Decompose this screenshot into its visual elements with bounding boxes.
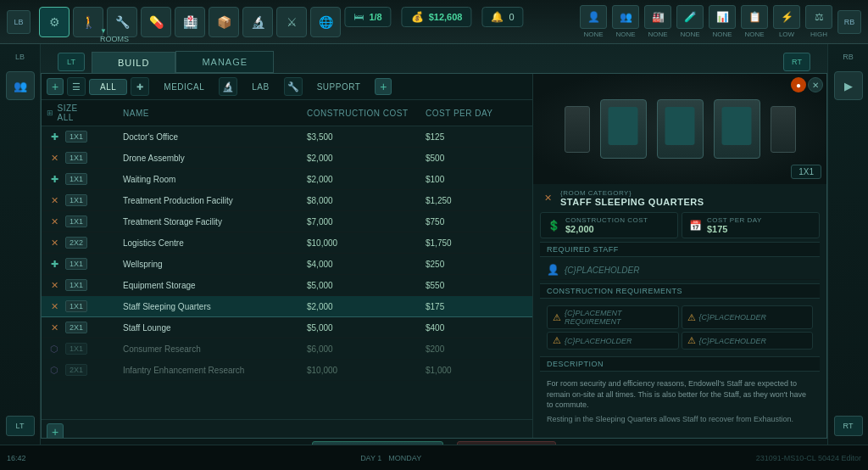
req-text-4: {C}PLACEHOLDER	[699, 337, 767, 345]
nav-icon-5[interactable]: 📦	[209, 7, 239, 37]
status-bar: 16:42 DAY 1 MONDAY 231091-MS10-CL 50424 …	[0, 445, 868, 470]
table-row[interactable]: ✚ 1X1 Doctor's Office $3,500 $125	[42, 126, 532, 148]
row-name: Staff Sleeping Quarters	[123, 302, 307, 311]
rooms-nav-icon[interactable]: ⚙	[39, 7, 70, 37]
bed-decoration-2	[657, 99, 704, 159]
row-size: 1X1	[65, 173, 87, 185]
filter-icon-lab[interactable]: 🔬	[219, 77, 237, 96]
tr-group-3: 🏭 NONE	[644, 5, 671, 38]
detail-minimize-button[interactable]: ●	[791, 77, 806, 92]
nav-icon-2[interactable]: 🔧	[107, 7, 137, 37]
detail-close-button[interactable]: ✕	[808, 77, 823, 92]
nav-icon-4[interactable]: 🏥	[175, 7, 205, 37]
staff-row: 👤 {C}PLACEHOLDER	[540, 260, 820, 280]
table-row[interactable]: ✕ 1X1 Drone Assembly $2,000 $500	[42, 148, 532, 169]
detail-category-label: {ROOM CATEGORY}	[560, 189, 704, 197]
rb-side-label: RB	[843, 53, 854, 61]
tr-group-7: ⚡ LOW	[773, 5, 800, 38]
rt-tab-indicator[interactable]: RT	[783, 53, 810, 71]
row-name: Wellspring	[123, 260, 307, 269]
lb-button[interactable]: LB	[7, 10, 31, 34]
row-type-icon: ✕	[47, 150, 62, 165]
detail-construction-cost: 💲 CONSTRUCTION COST $2,000	[540, 212, 678, 238]
detail-close-area: ● ✕	[791, 77, 823, 92]
filter-icon-support[interactable]: 🔧	[284, 77, 303, 96]
cpd-icon: 📅	[689, 220, 702, 232]
filter-icon-all[interactable]: ☰	[67, 77, 86, 96]
row-size: 1X1	[65, 215, 87, 227]
req-item-1: ⚠ {C}PLACEMENT REQUIREMENT	[547, 305, 679, 329]
detail-cost-per-day: 📅 COST PER DAY $175	[682, 212, 820, 238]
table-row[interactable]: ⬡ 1X1 Consumer Research $6,000 $200	[42, 339, 532, 360]
side-icon-right[interactable]: ▶	[834, 71, 863, 100]
filter-tab-medical[interactable]: MEDICAL	[153, 79, 215, 95]
table-row[interactable]: ✚ 1X1 Waiting Room $2,000 $100	[42, 169, 532, 190]
side-icon-people[interactable]: 👥	[6, 71, 35, 100]
lt-button[interactable]: LT	[6, 416, 35, 436]
table-row[interactable]: ✕ 1X1 Treatment Storage Facility $7,000 …	[42, 211, 532, 232]
table-row[interactable]: ✚ 1X1 Wellspring $4,000 $250	[42, 254, 532, 275]
detail-panel: ● ✕ 1X1	[533, 74, 826, 444]
row-name: Staff Lounge	[123, 323, 307, 333]
nav-icon-8[interactable]: 🌐	[310, 7, 341, 37]
table-row[interactable]: ✕ 1X1 Staff Sleeping Quarters $2,000 $17…	[42, 296, 532, 317]
tab-manage[interactable]: MANAGE	[175, 51, 274, 73]
row-cpd: $175	[426, 302, 527, 311]
filter-tab-lab[interactable]: LAB	[241, 79, 280, 95]
filter-icon-medical[interactable]: ✚	[131, 77, 149, 96]
detail-category: ✕ {ROOM CATEGORY} STAFF SLEEPING QUARTER…	[540, 189, 820, 207]
description-header: DESCRIPTION	[540, 356, 820, 372]
detail-stats: 💲 CONSTRUCTION COST $2,000 📅 COST PER DA…	[540, 212, 820, 238]
nav-icon-3[interactable]: 💊	[141, 7, 171, 37]
row-cost: $5,000	[307, 323, 426, 333]
table-row[interactable]: ⬡ 2X1 Infantry Enhancement Research $10,…	[42, 360, 532, 381]
tr-icon-1[interactable]: 👤	[580, 5, 607, 29]
description-text-1: For room security and efficiency reasons…	[547, 378, 813, 411]
col-name: NAME	[123, 104, 307, 122]
tr-icon-6[interactable]: 📋	[741, 5, 768, 29]
rb-button[interactable]: RB	[837, 10, 861, 34]
tr-icon-7[interactable]: ⚡	[773, 5, 800, 29]
side-panel-left: LB 👥 LT	[0, 44, 41, 445]
req-item-2: ⚠ {C}PLACEHOLDER	[682, 305, 814, 329]
rt-button[interactable]: RT	[834, 416, 863, 436]
tr-icon-5[interactable]: 📊	[709, 5, 736, 29]
filter-tab-all[interactable]: ALL	[89, 79, 127, 95]
table-row[interactable]: ✕ 1X1 Equipment Storage $5,000 $550	[42, 275, 532, 296]
filter-plus-left[interactable]: +	[47, 78, 64, 95]
detail-size-badge: 1X1	[791, 165, 821, 179]
cost-icon: 💲	[548, 220, 560, 232]
table-row[interactable]: ✕ 1X1 Treatment Production Facility $8,0…	[42, 190, 532, 211]
row-cost: $4,000	[307, 260, 426, 269]
detail-category-name: STAFF SLEEPING QUARTERS	[560, 197, 704, 207]
status-version: 231091-MS10-CL 50424 Editor	[756, 454, 861, 462]
row-name: Doctor's Office	[123, 132, 307, 142]
row-cost: $2,000	[307, 302, 426, 311]
locker-decoration	[565, 106, 590, 153]
row-cpd: $400	[426, 323, 527, 333]
table-row[interactable]: ✕ 2X1 Staff Lounge $5,000 $400	[42, 317, 532, 339]
tr-icon-2[interactable]: 👥	[612, 5, 639, 29]
nav-icon-1[interactable]: 🚶	[73, 7, 103, 37]
nav-icon-6[interactable]: 🔬	[242, 7, 273, 37]
tr-icon-8[interactable]: ⚖	[805, 5, 832, 29]
filter-plus-right[interactable]: +	[375, 78, 392, 95]
lt-tab-indicator[interactable]: LT	[58, 53, 85, 71]
tab-bar: LT BUILD MANAGE RT	[41, 44, 827, 73]
nav-icon-7[interactable]: ⚔	[276, 7, 307, 37]
tab-build[interactable]: BUILD	[92, 52, 175, 73]
req-warning-icon-3: ⚠	[553, 335, 561, 346]
row-cpd: $125	[426, 132, 527, 142]
row-name: Drone Assembly	[123, 154, 307, 163]
status-time: 16:42	[7, 454, 26, 462]
row-size: 1X1	[65, 194, 87, 206]
filter-tab-support[interactable]: SUPPORT	[306, 79, 372, 95]
tr-icon-3[interactable]: 🏭	[644, 5, 671, 29]
row-name: Waiting Room	[123, 175, 307, 184]
status-day-name: MONDAY	[388, 454, 421, 462]
tr-icon-4[interactable]: 🧪	[676, 5, 704, 29]
beds-value: 1/8	[369, 12, 381, 22]
alerts-value: 0	[509, 12, 514, 22]
table-row[interactable]: ✕ 2X2 Logistics Centre $10,000 $1,750	[42, 232, 532, 254]
detail-image: 1X1	[533, 74, 826, 184]
